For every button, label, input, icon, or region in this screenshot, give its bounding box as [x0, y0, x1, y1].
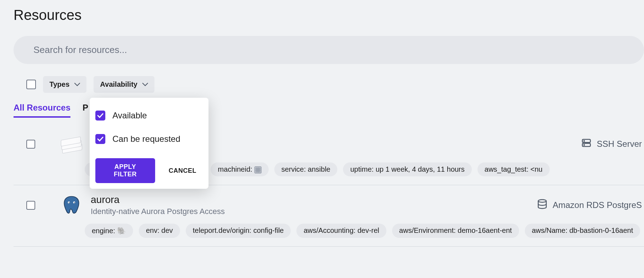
- server-icon: [60, 133, 83, 155]
- tag[interactable]: env: dev: [139, 224, 180, 238]
- select-all-checkbox[interactable]: [26, 80, 36, 89]
- search-input[interactable]: [33, 44, 624, 55]
- resource-description: Identity-native Aurora Postgres Access: [91, 207, 225, 216]
- row-checkbox[interactable]: [26, 201, 35, 210]
- database-icon: [537, 199, 548, 212]
- resource-type: Amazon RDS PostgreS: [537, 199, 644, 212]
- svg-point-6: [69, 202, 70, 203]
- postgres-icon: [60, 194, 83, 216]
- availability-dropdown[interactable]: Availability: [94, 76, 154, 93]
- resource-name: aurora: [91, 194, 225, 205]
- availability-option-available[interactable]: Available: [95, 106, 203, 125]
- page-title: Resources: [14, 7, 644, 23]
- server-type-icon: [581, 138, 592, 150]
- svg-point-4: [68, 202, 70, 204]
- availability-option-can-be-requested[interactable]: Can be requested: [95, 130, 203, 148]
- availability-dropdown-label: Availability: [100, 80, 137, 89]
- tab-pinned[interactable]: P: [83, 103, 88, 118]
- chevron-down-icon: [74, 83, 80, 86]
- tag[interactable]: aws/Environment: demo-16aent-ent: [392, 224, 519, 238]
- tab-all-resources[interactable]: All Resources: [14, 103, 70, 118]
- tag[interactable]: aws_tag_test: <nu: [477, 162, 550, 176]
- tag[interactable]: aws/Name: db-bastion-0-16aent: [525, 224, 640, 238]
- svg-point-2: [584, 140, 585, 141]
- types-dropdown[interactable]: Types: [43, 76, 86, 93]
- resource-type: SSH Server: [581, 138, 644, 150]
- resource-type-label: Amazon RDS PostgreS: [553, 200, 642, 210]
- tag[interactable]: teleport.dev/origin: config-file: [186, 224, 291, 238]
- option-label: Available: [112, 111, 147, 121]
- checkbox-checked-icon[interactable]: [95, 134, 105, 144]
- cancel-button[interactable]: CANCEL: [162, 162, 203, 180]
- resource-type-label: SSH Server: [597, 139, 642, 149]
- machineid-icon: [254, 166, 262, 173]
- svg-point-5: [73, 202, 75, 204]
- option-label: Can be requested: [112, 134, 180, 144]
- tag-list: engine: 🐘 env: dev teleport.dev/origin: …: [85, 224, 644, 238]
- tag[interactable]: engine: 🐘: [85, 224, 133, 238]
- tag[interactable]: aws/Accounting: dev-rel: [296, 224, 386, 238]
- row-checkbox[interactable]: [26, 140, 35, 149]
- tag[interactable]: service: ansible: [274, 162, 338, 176]
- svg-point-3: [584, 145, 585, 145]
- tag[interactable]: machineid:: [211, 162, 268, 176]
- filter-bar: Types Availability: [26, 76, 644, 93]
- resource-row: aurora Identity-native Aurora Postgres A…: [14, 185, 644, 247]
- apply-filter-button[interactable]: APPLY FILTER: [95, 158, 155, 183]
- chevron-down-icon: [142, 83, 148, 86]
- svg-point-8: [538, 200, 547, 203]
- checkbox-checked-icon[interactable]: [95, 111, 105, 121]
- search-bar[interactable]: [14, 36, 644, 64]
- availability-popover: Available Can be requested APPLY FILTER …: [90, 98, 208, 189]
- types-dropdown-label: Types: [49, 80, 69, 89]
- svg-point-7: [74, 202, 75, 203]
- tag[interactable]: uptime: up 1 week, 4 days, 11 hours: [343, 162, 471, 176]
